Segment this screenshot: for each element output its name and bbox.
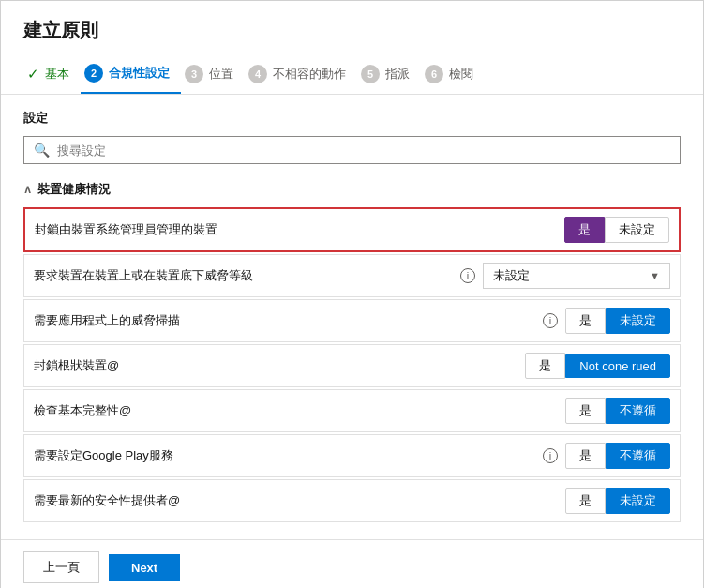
steps-bar: ✓ 基本 2 合規性設定 3 位置 4 不相容的動作 5 指派 6 檢閱 — [1, 49, 703, 95]
step-review-label: 檢閱 — [449, 66, 473, 83]
step-review-num: 6 — [425, 65, 443, 83]
checkmark-icon: ✓ — [27, 66, 39, 83]
row-google-play: 需要設定Google Play服務 i 是 不遵循 — [23, 434, 681, 477]
row-label-google-play: 需要設定Google Play服務 — [34, 447, 535, 464]
row-block-rooted: 封鎖根狀裝置@ 是 Not cone rued — [23, 344, 681, 387]
footer: 上一頁 Next — [1, 539, 703, 588]
page-title: 建立原則 — [1, 1, 703, 49]
step-location-num: 3 — [185, 65, 203, 83]
toggle-yes-row4[interactable]: 是 — [525, 353, 565, 379]
search-input[interactable] — [57, 143, 670, 158]
row-threat-scan: 需要應用程式上的威脅掃描 i 是 未設定 — [23, 299, 681, 342]
step-review[interactable]: 6 檢閱 — [421, 57, 485, 93]
toggle-yes-row3[interactable]: 是 — [565, 308, 606, 334]
search-icon: 🔍 — [34, 143, 50, 158]
step-assign[interactable]: 5 指派 — [357, 57, 421, 93]
step-assign-num: 5 — [361, 65, 380, 83]
group-label: 裝置健康情況 — [37, 181, 111, 198]
step-actions-num: 4 — [248, 65, 267, 83]
step-compliance-label: 合規性設定 — [109, 65, 170, 82]
step-assign-label: 指派 — [385, 66, 410, 83]
chevron-up-icon: ∧ — [23, 183, 32, 196]
toggle-group-row7: 是 未設定 — [565, 488, 670, 514]
info-icon-row2[interactable]: i — [460, 268, 475, 283]
row-security-provider: 需要最新的安全性提供者@ 是 未設定 — [23, 479, 681, 522]
step-actions-label: 不相容的動作 — [273, 66, 346, 83]
toggle-no-row7[interactable]: 未設定 — [606, 488, 670, 514]
row-label-block-rooted: 封鎖根狀裝置@ — [34, 357, 517, 374]
dropdown-value-row2: 未設定 — [493, 267, 530, 284]
toggle-group-row6: 是 不遵循 — [565, 443, 670, 469]
toggle-group-row5: 是 不遵循 — [565, 398, 670, 424]
toggle-group-row1: 是 未設定 — [564, 217, 669, 243]
info-icon-row3[interactable]: i — [543, 313, 558, 328]
step-compliance-num: 2 — [84, 64, 103, 83]
step-location-label: 位置 — [209, 66, 233, 83]
search-box[interactable]: 🔍 — [23, 136, 681, 164]
group-header-device-health[interactable]: ∧ 裝置健康情況 — [23, 181, 681, 198]
dropdown-arrow-icon: ▼ — [650, 270, 660, 281]
dropdown-threat-level[interactable]: 未設定 ▼ — [483, 263, 670, 289]
row-label-security-provider: 需要最新的安全性提供者@ — [34, 492, 558, 509]
toggle-group-row4: 是 Not cone rued — [525, 353, 670, 379]
main-window: 建立原則 ✓ 基本 2 合規性設定 3 位置 4 不相容的動作 5 指派 6 — [0, 0, 704, 588]
step-location[interactable]: 3 位置 — [181, 57, 245, 93]
toggle-no-row3[interactable]: 未設定 — [606, 308, 670, 334]
step-compliance[interactable]: 2 合規性設定 — [81, 56, 181, 94]
row-threat-level: 要求裝置在裝置上或在裝置底下威脅等級 i 未設定 ▼ — [23, 254, 681, 297]
row-label-block-device-admin: 封鎖由裝置系統管理員管理的裝置 — [35, 221, 557, 238]
step-basic-label: 基本 — [45, 66, 69, 83]
toggle-no-row4[interactable]: Not cone rued — [565, 354, 670, 378]
row-block-device-admin: 封鎖由裝置系統管理員管理的裝置 是 未設定 — [23, 207, 681, 252]
prev-button[interactable]: 上一頁 — [23, 551, 99, 583]
toggle-group-row3: 是 未設定 — [565, 308, 670, 334]
next-button[interactable]: Next — [109, 554, 180, 581]
row-label-basic-integrity: 檢查基本完整性@ — [34, 402, 558, 419]
step-actions[interactable]: 4 不相容的動作 — [245, 57, 357, 93]
toggle-no-row5[interactable]: 不遵循 — [606, 398, 670, 424]
info-icon-row6[interactable]: i — [543, 448, 558, 463]
toggle-no-row6[interactable]: 不遵循 — [606, 443, 670, 469]
toggle-yes-row6[interactable]: 是 — [565, 443, 606, 469]
toggle-yes-row7[interactable]: 是 — [565, 488, 606, 514]
row-label-threat-scan: 需要應用程式上的威脅掃描 — [34, 312, 535, 329]
toggle-yes-row5[interactable]: 是 — [565, 398, 606, 424]
row-label-threat-level: 要求裝置在裝置上或在裝置底下威脅等級 — [34, 267, 453, 284]
section-label: 設定 — [23, 110, 681, 127]
row-basic-integrity: 檢查基本完整性@ 是 不遵循 — [23, 389, 681, 432]
step-basic[interactable]: ✓ 基本 — [23, 58, 81, 92]
toggle-yes-row1[interactable]: 是 — [564, 217, 605, 243]
content-area: 設定 🔍 ∧ 裝置健康情況 封鎖由裝置系統管理員管理的裝置 是 未設定 要求裝置… — [1, 95, 703, 539]
toggle-no-row1[interactable]: 未設定 — [605, 217, 669, 243]
